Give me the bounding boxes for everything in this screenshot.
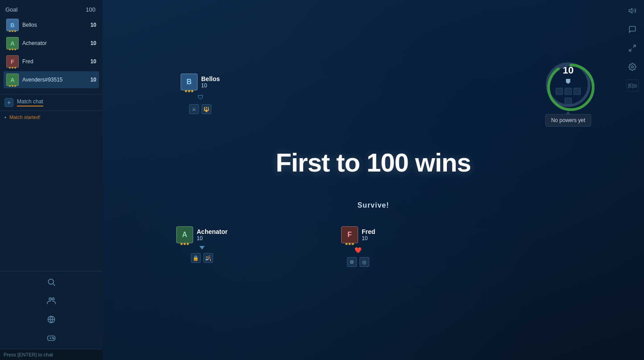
scoreboard-header: Goal 100 <box>4 4 99 16</box>
bellos-power-1: ⚔ <box>189 104 199 114</box>
score-entry-bellos: B Bellos 10 <box>4 16 99 33</box>
player-name-bellos: Bellos <box>22 22 91 28</box>
game-player-score-fred: 10 <box>362 235 375 241</box>
power-ring: 10 ⛊ No powers yet <box>546 62 590 107</box>
game-player-name-fred: Fred <box>362 228 375 235</box>
achenator-power-1: 🔒 <box>191 253 201 263</box>
player-badge-a2: A <box>6 74 19 86</box>
game-player-achenator: A Achenator 10 🔒 🪃 <box>176 226 227 263</box>
chat-bullet: • <box>4 115 6 120</box>
player-name-avenders: Avenders#93515 <box>22 77 91 83</box>
enter-label[interactable]: [E]⊟ <box>626 79 639 92</box>
chat-message-started: Match started! <box>9 115 41 120</box>
chat-section: + Match chat • Match started! <box>0 94 103 360</box>
svg-point-15 <box>549 65 593 110</box>
game-title: First to 100 wins <box>276 147 471 177</box>
player-score-avenders: 10 <box>91 77 96 83</box>
svg-line-1 <box>53 284 55 286</box>
ring-progress-svg <box>546 62 596 112</box>
achenator-power-2: 🪃 <box>203 253 213 263</box>
game-subtitle: Survive! <box>357 201 389 209</box>
player-badge-b: B <box>6 19 19 31</box>
ring-circle: 10 ⛊ <box>546 62 590 107</box>
score-entry-achenator: A Achenator 10 <box>4 35 99 52</box>
svg-line-12 <box>629 49 632 51</box>
player-score-fred: 10 <box>91 58 96 65</box>
gamepad-icon-btn[interactable] <box>42 329 60 347</box>
bellos-powers: ⚔ 🔱 <box>189 104 211 114</box>
chat-tab-label[interactable]: Match chat <box>17 98 43 106</box>
game-area: [E]⊟ 10 ⛊ No powers yet <box>103 0 644 360</box>
right-icons: [E]⊟ <box>626 4 639 92</box>
svg-line-11 <box>633 45 636 47</box>
game-badge-fred: F <box>341 226 358 243</box>
bellos-power-2: 🔱 <box>202 104 211 114</box>
svg-marker-10 <box>629 8 632 13</box>
fred-power-1: ⚙ <box>347 257 357 267</box>
chat-input-hint[interactable]: Press [ENTER] to chat <box>0 349 103 360</box>
game-player-fred: F Fred 10 ❤️ ⚙ ◎ <box>341 226 375 267</box>
volume-icon-btn[interactable] <box>626 4 639 17</box>
sidebar: Goal 100 B Bellos 10 A Achenator 10 F <box>0 0 103 360</box>
chat-add-button[interactable]: + <box>4 98 13 107</box>
player-name-fred: Fred <box>22 58 91 65</box>
game-badge-achenator: A <box>176 226 193 243</box>
no-powers-tooltip: No powers yet <box>545 114 591 127</box>
bellos-power-icon: 🛡 <box>198 94 203 101</box>
fred-powers: ⚙ ◎ <box>347 257 369 267</box>
svg-point-9 <box>53 338 54 339</box>
game-player-name-achenator: Achenator <box>197 228 227 235</box>
chat-icon-btn[interactable] <box>626 23 639 36</box>
fullscreen-icon-btn[interactable] <box>626 42 639 54</box>
game-player-bellos: B Bellos 10 🛡 ⚔ 🔱 <box>181 74 220 114</box>
game-player-score-bellos: 10 <box>201 82 220 89</box>
sidebar-nav <box>0 271 103 349</box>
game-player-name-bellos: Bellos <box>201 75 220 82</box>
chat-header: + Match chat <box>0 94 103 111</box>
settings-icon-btn[interactable] <box>626 61 639 73</box>
game-player-score-achenator: 10 <box>197 235 227 241</box>
achenator-indicator <box>199 246 205 250</box>
goal-score: 100 <box>86 6 95 13</box>
player-badge-a1: A <box>6 37 19 49</box>
svg-point-13 <box>632 66 634 68</box>
player-score-bellos: 10 <box>91 22 96 28</box>
score-entry-fred: F Fred 10 <box>4 53 99 70</box>
svg-point-3 <box>52 298 54 300</box>
svg-point-2 <box>49 298 51 300</box>
globe-icon-btn[interactable] <box>42 311 60 328</box>
svg-point-0 <box>48 279 54 284</box>
game-badge-bellos: B <box>181 74 198 90</box>
player-name-achenator: Achenator <box>22 40 91 46</box>
player-badge-f: F <box>6 55 19 68</box>
chat-messages: • Match started! <box>0 111 103 271</box>
people-icon-btn[interactable] <box>42 292 60 310</box>
fred-health-icon: ❤️ <box>355 247 362 254</box>
search-icon-btn[interactable] <box>42 273 60 291</box>
achenator-powers: 🔒 🪃 <box>191 253 213 263</box>
fred-power-2: ◎ <box>359 257 369 267</box>
player-score-achenator: 10 <box>91 40 96 46</box>
goal-label: Goal <box>5 6 17 13</box>
score-entry-avenders: A Avenders#93515 10 <box>4 71 99 88</box>
scoreboard: Goal 100 B Bellos 10 A Achenator 10 F <box>0 0 103 94</box>
